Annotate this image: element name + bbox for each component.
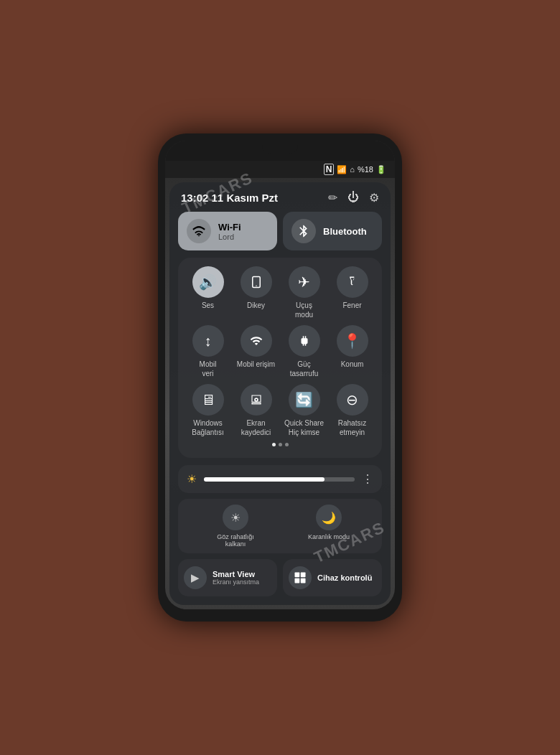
wifi-icon: 📶 (337, 165, 347, 174)
quickshare-label: Quick ShareHiç kimse (284, 418, 324, 437)
qa-row-3: 🖥 WindowsBağlantısı Ekrankaydedici (184, 384, 376, 437)
dot-1 (272, 443, 276, 446)
bluetooth-icon-wrap (291, 219, 316, 243)
wifi-label: Wi-Fi (218, 222, 241, 233)
qa-rahatsiz[interactable]: ⊖ Rahatsızetmeyin (328, 384, 376, 437)
brightness-icon: ☀ (187, 472, 197, 486)
mobil-veri-icon: ↕ (192, 325, 224, 357)
panel-header: 13:02 11 Kasım Pzt ✏ ⏻ ⚙ (178, 191, 382, 205)
control-panel: 13:02 11 Kasım Pzt ✏ ⏻ ⚙ Wi-Fi (169, 182, 391, 605)
qa-row-2: ↕ Mobilveri Mobil erişim (184, 325, 376, 378)
bottom-toggles: ▶ Smart View Ekranı yansıtma (178, 559, 382, 596)
phone-frame: TMCARS TMCARS N 📶 ⌂ %18 🔋 13:02 11 Kasım… (158, 133, 402, 622)
karanlik-modu-label: Karanlık modu (308, 533, 350, 540)
qa-mobil-erisim[interactable]: Mobil erişim (232, 325, 280, 378)
wifi-sublabel: Lord (218, 233, 241, 241)
smartview-text: Smart View Ekranı yansıtma (213, 570, 259, 586)
page-dots (184, 443, 376, 446)
rahatsiz-icon: ⊖ (337, 384, 368, 416)
wifi-text: Wi-Fi Lord (218, 222, 241, 241)
svg-rect-3 (295, 573, 300, 578)
signal-icon: ⌂ (350, 165, 355, 174)
konum-label: Konum (341, 360, 364, 369)
dikey-label: Dikey (247, 301, 265, 310)
svg-rect-6 (301, 578, 306, 583)
dikey-icon (241, 266, 272, 298)
settings-icon[interactable]: ⚙ (369, 191, 379, 205)
guc-icon (289, 325, 320, 357)
wifi-icon-wrap (187, 219, 211, 243)
bluetooth-text: Bluetooth (323, 226, 367, 237)
ses-icon: 🔊 (192, 266, 224, 298)
fener-icon (337, 266, 368, 298)
quickshare-icon: 🔄 (289, 384, 320, 416)
qa-row-1: 🔊 Ses Dikey ✈ Uçu (184, 266, 376, 319)
qa-ses[interactable]: 🔊 Ses (184, 266, 232, 319)
smartview-label: Smart View (213, 570, 259, 578)
qa-fener[interactable]: Fener (328, 266, 376, 319)
dot-3 (285, 443, 289, 446)
extra-toggles: ☀ Göz rahatlığı kalkanı 🌙 Karanlık modu (178, 499, 382, 553)
status-bar: N 📶 ⌂ %18 🔋 (165, 161, 395, 178)
svg-rect-5 (295, 578, 300, 583)
phone-screen: TMCARS TMCARS N 📶 ⌂ %18 🔋 13:02 11 Kasım… (165, 141, 395, 609)
qa-dikey[interactable]: Dikey (232, 266, 280, 319)
datetime: 13:02 11 Kasım Pzt (181, 192, 278, 204)
brightness-row[interactable]: ☀ ⋮ (178, 465, 382, 493)
svg-rect-4 (301, 573, 306, 578)
svg-point-1 (256, 286, 257, 287)
cihaz-kontrolu-text: Cihaz kontrolü (317, 573, 372, 582)
smartview-toggle[interactable]: ▶ Smart View Ekranı yansıtma (178, 559, 277, 596)
smartview-sublabel: Ekranı yansıtma (213, 578, 259, 586)
ucus-label: Uçuşmodu (295, 301, 313, 319)
notch-bar (165, 141, 395, 161)
quick-actions-grid: 🔊 Ses Dikey ✈ Uçu (178, 258, 382, 458)
guc-label: Güçtasarrufu (290, 360, 318, 378)
qa-ekran[interactable]: Ekrankaydedici (232, 384, 280, 437)
qa-quickshare[interactable]: 🔄 Quick ShareHiç kimse (280, 384, 328, 437)
qa-mobil-veri[interactable]: ↕ Mobilveri (184, 325, 232, 378)
brightness-bar[interactable] (204, 477, 355, 482)
goz-rahatlik-toggle[interactable]: ☀ Göz rahatlığı kalkanı (210, 505, 261, 548)
bluetooth-toggle[interactable]: Bluetooth (283, 212, 382, 250)
qa-windows[interactable]: 🖥 WindowsBağlantısı (184, 384, 232, 437)
battery-text: %18 (358, 165, 373, 174)
mobil-veri-label: Mobilveri (200, 360, 217, 378)
smartview-icon: ▶ (184, 566, 207, 589)
edit-icon[interactable]: ✏ (328, 191, 337, 205)
ekran-icon (241, 384, 272, 416)
brightness-more-icon[interactable]: ⋮ (362, 472, 373, 486)
power-icon[interactable]: ⏻ (347, 191, 359, 205)
notch (262, 141, 298, 154)
ekran-label: Ekrankaydedici (241, 418, 271, 437)
cihaz-kontrolu-label: Cihaz kontrolü (317, 573, 372, 582)
goz-rahatlik-label: Göz rahatlığı kalkanı (210, 533, 261, 548)
qa-konum[interactable]: 📍 Konum (328, 325, 376, 378)
cihaz-kontrolu-toggle[interactable]: Cihaz kontrolü (283, 559, 382, 596)
windows-label: WindowsBağlantısı (192, 418, 223, 437)
bluetooth-label: Bluetooth (323, 226, 367, 237)
windows-icon: 🖥 (192, 384, 224, 416)
dot-2 (279, 443, 282, 446)
karanlik-modu-icon: 🌙 (316, 505, 342, 530)
konum-icon: 📍 (337, 325, 368, 357)
goz-rahatlik-icon: ☀ (223, 505, 248, 530)
rahatsiz-label: Rahatsızetmeyin (338, 418, 366, 437)
ses-label: Ses (202, 301, 214, 310)
cihaz-kontrolu-icon (289, 566, 312, 589)
mobil-erisim-icon (241, 325, 272, 357)
qa-ucus[interactable]: ✈ Uçuşmodu (280, 266, 328, 319)
header-icons: ✏ ⏻ ⚙ (328, 191, 379, 205)
ucus-icon: ✈ (289, 266, 320, 298)
qa-guc[interactable]: Güçtasarrufu (280, 325, 328, 378)
fener-label: Fener (342, 301, 361, 310)
nfc-icon: N (324, 164, 335, 175)
brightness-fill (204, 477, 325, 482)
mobil-erisim-label: Mobil erişim (237, 360, 275, 369)
top-toggle-row: Wi-Fi Lord Bluetooth (178, 212, 382, 250)
wifi-toggle[interactable]: Wi-Fi Lord (178, 212, 277, 250)
battery-icon: 🔋 (376, 165, 386, 174)
karanlik-modu-toggle[interactable]: 🌙 Karanlık modu (308, 505, 350, 548)
